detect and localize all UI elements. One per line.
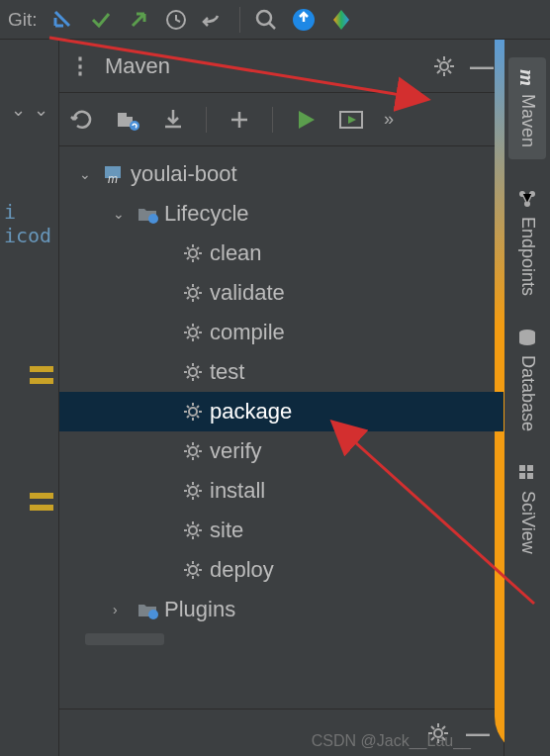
gear-icon	[182, 361, 204, 383]
lifecycle-verify[interactable]: verify	[59, 431, 504, 471]
svg-rect-24	[519, 465, 525, 471]
svg-point-15	[189, 487, 197, 495]
minimize-icon[interactable]: —	[470, 52, 494, 80]
change-marker	[30, 366, 53, 372]
lifecycle-clean[interactable]: clean	[59, 234, 504, 273]
generate-sources-icon[interactable]	[115, 107, 140, 133]
svg-point-9	[189, 249, 197, 257]
right-tool-strip: m Maven Endpoints Database SciView	[504, 40, 550, 756]
maven-tool-panel: ⋮ Maven — » ⌄ m youlai-boot ⌄	[59, 40, 504, 756]
lifecycle-node[interactable]: ⌄ Lifecycle	[59, 194, 504, 234]
change-marker	[30, 505, 53, 511]
chevron-down-icon[interactable]: ⌄	[11, 99, 26, 121]
history-icon[interactable]	[164, 8, 188, 32]
gear-icon	[182, 242, 204, 264]
more-icon[interactable]: ⋮	[69, 53, 91, 79]
gear-icon	[182, 520, 204, 541]
code-fragment: i icod	[0, 200, 58, 247]
folder-icon	[137, 599, 158, 620]
svg-point-8	[148, 214, 158, 224]
scrollbar-horizontal[interactable]	[85, 633, 164, 645]
tree-label: youlai-boot	[131, 161, 237, 187]
chevron-down-icon: ⌄	[113, 206, 131, 222]
svg-point-14	[189, 447, 197, 455]
svg-rect-25	[527, 465, 533, 471]
run-icon[interactable]	[293, 107, 319, 133]
tab-sciview[interactable]: SciView	[511, 451, 544, 566]
divider	[272, 107, 273, 133]
tree-label: compile	[210, 320, 285, 345]
jetbrains-icon[interactable]	[329, 8, 353, 32]
git-label: Git:	[8, 9, 38, 31]
tab-label: Database	[517, 355, 538, 431]
chevron-right-icon: ›	[113, 602, 131, 617]
svg-rect-26	[519, 473, 525, 479]
project-node[interactable]: ⌄ m youlai-boot	[59, 154, 504, 194]
watermark: CSDN @Jack__Lau__	[312, 732, 471, 750]
tab-endpoints[interactable]: Endpoints	[511, 177, 544, 308]
tree-label: site	[210, 518, 243, 543]
tree-label: deploy	[210, 557, 274, 583]
lifecycle-deploy[interactable]: deploy	[59, 550, 504, 590]
tree-label: validate	[210, 280, 285, 306]
tree-label: Lifecycle	[164, 201, 249, 227]
tree-label: package	[210, 399, 292, 425]
git-pull-icon[interactable]	[51, 8, 75, 32]
panel-header: ⋮ Maven —	[59, 40, 504, 93]
gear-icon	[182, 322, 204, 343]
gear-icon	[182, 401, 204, 423]
svg-text:m: m	[108, 172, 118, 185]
more-actions-icon[interactable]: »	[384, 109, 394, 130]
folder-icon	[137, 203, 158, 225]
svg-point-13	[189, 408, 197, 416]
panel-toolbar: »	[59, 93, 504, 146]
maven-tree: ⌄ m youlai-boot ⌄ Lifecycle cleanvalidat…	[59, 146, 504, 709]
tab-maven[interactable]: m Maven	[508, 57, 546, 159]
svg-point-3	[440, 62, 448, 70]
plugins-node[interactable]: › Plugins	[59, 590, 504, 629]
change-marker	[30, 378, 53, 384]
tree-label: verify	[210, 438, 262, 464]
gear-icon	[182, 282, 204, 304]
tree-label: install	[210, 478, 265, 504]
tree-label: Plugins	[164, 597, 235, 622]
lifecycle-test[interactable]: test	[59, 352, 504, 392]
chevron-down-icon: ⌄	[79, 166, 97, 182]
reload-icon[interactable]	[69, 107, 95, 133]
maven-logo-icon: m	[514, 69, 540, 86]
tab-label: Endpoints	[517, 217, 538, 296]
lifecycle-install[interactable]: install	[59, 471, 504, 511]
database-icon	[517, 328, 537, 347]
run-config-icon[interactable]	[338, 107, 364, 133]
gear-icon	[182, 480, 204, 502]
gear-icon	[182, 440, 204, 462]
panel-title: Maven	[105, 53, 418, 79]
sync-icon[interactable]	[292, 8, 316, 32]
change-marker	[30, 493, 53, 499]
search-icon[interactable]	[254, 8, 278, 32]
editor-gutter: ⌄ ⌄ i icod	[0, 40, 59, 756]
download-icon[interactable]	[160, 107, 186, 133]
svg-rect-27	[527, 473, 533, 479]
git-commit-icon[interactable]	[89, 8, 113, 32]
divider	[206, 107, 207, 133]
svg-point-10	[189, 289, 197, 297]
undo-icon[interactable]	[202, 8, 226, 32]
lifecycle-validate[interactable]: validate	[59, 273, 504, 313]
tab-database[interactable]: Database	[511, 316, 544, 443]
lifecycle-compile[interactable]: compile	[59, 313, 504, 352]
tree-label: clean	[210, 240, 262, 266]
lifecycle-site[interactable]: site	[59, 511, 504, 550]
svg-point-16	[189, 526, 197, 534]
tree-label: test	[210, 359, 244, 385]
add-icon[interactable]	[227, 107, 252, 133]
svg-point-11	[189, 329, 197, 336]
settings-icon[interactable]	[432, 54, 456, 78]
top-toolbar: Git:	[0, 0, 550, 40]
chevron-down-icon[interactable]: ⌄	[34, 99, 48, 121]
git-push-icon[interactable]	[127, 8, 150, 32]
svg-point-12	[189, 368, 197, 376]
tab-label: SciView	[517, 491, 538, 554]
svg-point-18	[148, 610, 158, 619]
lifecycle-package[interactable]: package	[59, 392, 504, 431]
